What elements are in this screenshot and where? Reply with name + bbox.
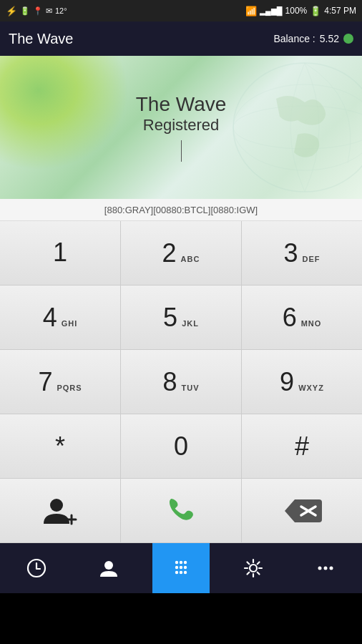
- dial-input-area[interactable]: [880:GRAY][00880:BTCL][0880:IGW]: [0, 199, 362, 221]
- key-9-letters: WXYZ: [298, 384, 324, 392]
- header-subtitle: Registered: [143, 116, 219, 135]
- action-row: [0, 479, 362, 543]
- dial-row-1: 1 2 ABC 3 DEF: [0, 221, 362, 286]
- key-9[interactable]: 9 WXYZ: [242, 350, 362, 414]
- balance-label: Balance :: [273, 33, 315, 44]
- key-hash-symbol: #: [295, 431, 309, 462]
- key-2-number: 2: [162, 240, 177, 266]
- key-4[interactable]: 4 GHI: [0, 286, 121, 349]
- svg-point-17: [180, 571, 182, 574]
- svg-point-11: [180, 561, 182, 564]
- svg-point-12: [184, 561, 187, 564]
- app-title: The Wave: [9, 31, 73, 47]
- backspace-icon: [282, 497, 322, 525]
- key-4-letters: GHI: [62, 319, 78, 328]
- header-title: The Wave: [136, 93, 227, 116]
- history-icon: [26, 558, 47, 578]
- svg-point-10: [175, 561, 178, 564]
- green-splash-decoration: [0, 56, 129, 170]
- svg-point-13: [175, 566, 178, 569]
- nav-contacts[interactable]: [80, 543, 137, 593]
- balance-value: 5.52: [320, 33, 339, 44]
- svg-point-2: [233, 84, 362, 170]
- key-7-number: 7: [38, 369, 52, 395]
- status-right: 📶 ▂▄▆█ 100% 🔋 4:57 PM: [245, 6, 356, 16]
- dial-row-4: * 0 #: [0, 414, 362, 479]
- key-6-number: 6: [283, 305, 297, 331]
- key-8-letters: TUV: [182, 384, 200, 392]
- wifi-icon: 📶: [245, 6, 257, 16]
- nav-history[interactable]: [8, 543, 65, 593]
- key-0[interactable]: 0: [121, 414, 242, 478]
- key-5-letters: JKL: [182, 319, 199, 328]
- key-1-number: 1: [53, 240, 67, 265]
- usb-icon: ⚡: [6, 6, 17, 16]
- header-section: The Wave Registered: [0, 56, 362, 199]
- dial-row-2: 4 GHI 5 JKL 6 MNO: [0, 286, 362, 350]
- key-5-number: 5: [163, 305, 177, 331]
- signal-icon: ▂▄▆█: [260, 6, 283, 16]
- key-hash[interactable]: #: [242, 414, 362, 478]
- route-text: [880:GRAY][00880:BTCL][0880:IGW]: [104, 205, 258, 215]
- svg-point-22: [330, 567, 333, 570]
- key-8-number: 8: [162, 369, 177, 395]
- key-2[interactable]: 2 ABC: [121, 221, 242, 285]
- svg-point-14: [180, 566, 182, 569]
- key-3[interactable]: 3 DEF: [242, 221, 362, 285]
- key-9-number: 9: [280, 369, 294, 395]
- battery-small-icon: 🔋: [20, 6, 30, 16]
- key-star[interactable]: *: [0, 414, 121, 478]
- bottom-nav: [0, 543, 362, 593]
- key-0-symbol: 0: [174, 431, 188, 462]
- key-7-letters: PQRS: [57, 384, 82, 392]
- nav-settings[interactable]: [225, 543, 282, 593]
- key-1[interactable]: 1: [0, 221, 121, 285]
- nav-more[interactable]: [297, 543, 354, 593]
- dial-row-3: 7 PQRS 8 TUV 9 WXYZ: [0, 350, 362, 414]
- more-icon: [315, 558, 336, 578]
- balance-area: Balance : 5.52: [273, 33, 353, 44]
- svg-point-21: [324, 567, 328, 570]
- call-icon: [165, 495, 197, 527]
- key-6-letters: MNO: [301, 319, 322, 328]
- dialpad-icon: [171, 558, 191, 578]
- balance-status-dot: [343, 34, 353, 44]
- svg-point-3: [50, 499, 63, 512]
- key-3-number: 3: [283, 240, 298, 266]
- add-contact-button[interactable]: [0, 479, 121, 542]
- key-2-letters: ABC: [181, 255, 200, 263]
- status-time: 4:57 PM: [324, 6, 356, 16]
- key-3-letters: DEF: [303, 255, 321, 263]
- svg-point-20: [318, 567, 322, 570]
- key-7[interactable]: 7 PQRS: [0, 350, 121, 414]
- contacts-icon: [99, 558, 119, 578]
- key-4-number: 4: [43, 305, 57, 331]
- call-button[interactable]: [121, 479, 242, 542]
- dialpad: 1 2 ABC 3 DEF 4 GHI 5 JKL: [0, 221, 362, 543]
- svg-point-15: [184, 566, 187, 569]
- battery-level: 100%: [285, 6, 308, 16]
- svg-point-9: [104, 561, 113, 570]
- key-star-symbol: *: [55, 431, 65, 462]
- status-left: ⚡ 🔋 📍 ✉ 12°: [6, 6, 67, 16]
- sms-icon: ✉: [46, 6, 52, 16]
- svg-point-19: [250, 565, 257, 572]
- backspace-button[interactable]: [242, 479, 362, 542]
- key-5[interactable]: 5 JKL: [121, 286, 242, 349]
- status-bar: ⚡ 🔋 📍 ✉ 12° 📶 ▂▄▆█ 100% 🔋 4:57 PM: [0, 0, 362, 21]
- app-bar: The Wave Balance : 5.52: [0, 21, 362, 56]
- temperature: 12°: [55, 6, 67, 15]
- svg-point-18: [184, 571, 187, 574]
- svg-point-16: [175, 571, 178, 574]
- cursor-line: [181, 140, 182, 162]
- settings-icon: [243, 558, 263, 578]
- key-8[interactable]: 8 TUV: [121, 350, 242, 414]
- key-6[interactable]: 6 MNO: [242, 286, 362, 349]
- battery-icon: 🔋: [310, 6, 321, 16]
- nav-dialpad[interactable]: [152, 543, 210, 593]
- add-contact-icon: [42, 495, 78, 527]
- map-icon: 📍: [33, 6, 43, 16]
